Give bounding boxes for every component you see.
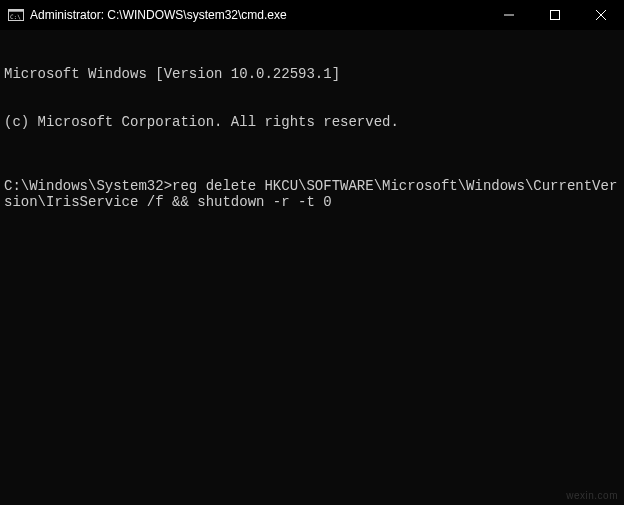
prompt-text: C:\Windows\System32> <box>4 178 172 194</box>
command-line: C:\Windows\System32>reg delete HKCU\SOFT… <box>4 178 620 210</box>
window-title: Administrator: C:\WINDOWS\system32\cmd.e… <box>30 8 287 22</box>
terminal-output-area[interactable]: Microsoft Windows [Version 10.0.22593.1]… <box>0 30 624 505</box>
banner-line: (c) Microsoft Corporation. All rights re… <box>4 114 620 130</box>
cmd-icon: C:\ <box>8 7 24 23</box>
window-controls <box>486 0 624 30</box>
maximize-button[interactable] <box>532 0 578 30</box>
minimize-button[interactable] <box>486 0 532 30</box>
svg-rect-1 <box>9 10 24 12</box>
cmd-window: C:\ Administrator: C:\WINDOWS\system32\c… <box>0 0 624 505</box>
banner-line: Microsoft Windows [Version 10.0.22593.1] <box>4 66 620 82</box>
watermark-text: wexin.com <box>566 490 618 501</box>
titlebar[interactable]: C:\ Administrator: C:\WINDOWS\system32\c… <box>0 0 624 30</box>
svg-text:C:\: C:\ <box>10 13 21 20</box>
close-button[interactable] <box>578 0 624 30</box>
svg-rect-4 <box>551 11 560 20</box>
